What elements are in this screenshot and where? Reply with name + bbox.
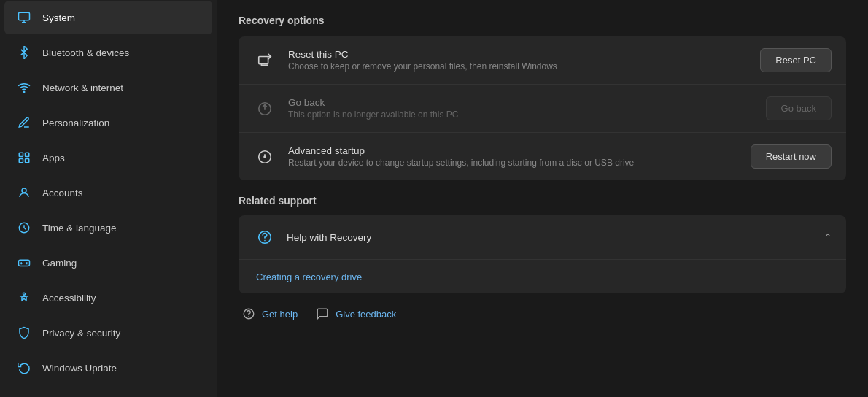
reset-pc-row: Reset this PC Choose to keep or remove y… <box>239 36 846 85</box>
related-support-card: Help with Recovery ⌃ Creating a recovery… <box>239 215 846 293</box>
svg-point-1 <box>23 91 25 93</box>
svg-point-9 <box>23 293 26 295</box>
sidebar-item-bluetooth[interactable]: Bluetooth & devices <box>4 36 212 69</box>
get-help-icon <box>241 307 256 321</box>
sidebar-label-system: System <box>42 12 75 23</box>
svg-point-13 <box>264 156 266 158</box>
svg-rect-2 <box>19 153 23 156</box>
windowsupdate-icon <box>16 360 32 376</box>
sidebar-item-accounts[interactable]: Accounts <box>4 176 212 209</box>
sidebar: System Bluetooth & devices Network & int… <box>0 0 217 397</box>
sidebar-item-windowsupdate[interactable]: Windows Update <box>4 351 212 385</box>
help-recovery-body: Creating a recovery drive <box>239 259 846 293</box>
sidebar-label-privacy: Privacy & security <box>42 328 120 339</box>
sidebar-label-gaming: Gaming <box>42 258 77 269</box>
privacy-icon <box>16 325 32 341</box>
svg-rect-5 <box>26 159 29 163</box>
advanced-startup-row: Advanced startup Restart your device to … <box>239 133 846 180</box>
goback-icon <box>253 97 276 120</box>
creating-recovery-drive-link[interactable]: Creating a recovery drive <box>256 271 362 282</box>
monitor-icon <box>16 9 32 26</box>
recovery-options-card: Reset this PC Choose to keep or remove y… <box>239 36 846 180</box>
reset-pc-text: Reset this PC Choose to keep or remove y… <box>288 49 748 72</box>
advanced-startup-icon <box>253 145 276 169</box>
reset-pc-sublabel: Choose to keep or remove your personal f… <box>288 61 748 72</box>
chevron-up-icon: ⌃ <box>824 232 832 242</box>
svg-rect-4 <box>19 159 23 163</box>
give-feedback-link[interactable]: Give feedback <box>315 307 396 321</box>
give-feedback-icon <box>315 307 330 321</box>
svg-rect-10 <box>259 56 268 63</box>
sidebar-label-bluetooth: Bluetooth & devices <box>42 47 129 58</box>
sidebar-label-accounts: Accounts <box>42 188 83 198</box>
restart-now-button[interactable]: Restart now <box>751 144 832 169</box>
accounts-icon <box>16 185 32 201</box>
sidebar-item-privacy[interactable]: Privacy & security <box>4 316 212 350</box>
go-back-label: Go back <box>288 97 754 108</box>
sidebar-item-accessibility[interactable]: Accessibility <box>4 281 212 315</box>
recovery-options-title: Recovery options <box>239 15 846 26</box>
help-recovery-label: Help with Recovery <box>287 232 814 243</box>
main-content: Recovery options Reset this PC Choose to… <box>217 0 868 397</box>
reset-icon <box>253 49 276 72</box>
sidebar-item-gaming[interactable]: Gaming <box>4 246 212 280</box>
related-support-title: Related support <box>239 195 846 207</box>
advanced-startup-label: Advanced startup <box>288 145 739 156</box>
svg-point-6 <box>22 188 26 193</box>
sidebar-label-windowsupdate: Windows Update <box>42 363 117 374</box>
bluetooth-icon <box>16 45 32 61</box>
sidebar-item-apps[interactable]: Apps <box>4 141 212 174</box>
personalization-icon <box>16 115 32 131</box>
sidebar-label-personalization: Personalization <box>42 117 109 128</box>
advanced-startup-text: Advanced startup Restart your device to … <box>288 145 739 168</box>
sidebar-label-network: Network & internet <box>42 82 123 93</box>
sidebar-label-accessibility: Accessibility <box>42 293 96 304</box>
svg-rect-0 <box>19 12 30 20</box>
give-feedback-label: Give feedback <box>336 309 396 320</box>
reset-pc-label: Reset this PC <box>288 49 748 60</box>
reset-pc-button[interactable]: Reset PC <box>760 48 832 72</box>
sidebar-item-time[interactable]: Time & language <box>4 211 212 244</box>
go-back-button: Go back <box>766 96 832 120</box>
help-recovery-icon <box>253 226 276 249</box>
sidebar-label-time: Time & language <box>42 223 117 234</box>
sidebar-item-personalization[interactable]: Personalization <box>4 106 212 139</box>
help-recovery-header[interactable]: Help with Recovery ⌃ <box>239 215 846 259</box>
get-help-link[interactable]: Get help <box>241 307 298 321</box>
apps-icon <box>16 150 32 166</box>
advanced-startup-sublabel: Restart your device to change startup se… <box>288 158 739 168</box>
network-icon <box>16 80 32 96</box>
sidebar-item-network[interactable]: Network & internet <box>4 71 212 104</box>
get-help-label: Get help <box>262 309 298 320</box>
sidebar-item-system[interactable]: System <box>4 1 212 34</box>
time-icon <box>16 220 32 236</box>
footer-links: Get help Give feedback <box>239 307 846 321</box>
svg-rect-3 <box>26 153 29 156</box>
accessibility-icon <box>16 290 32 306</box>
sidebar-label-apps: Apps <box>42 153 65 163</box>
go-back-sublabel: This option is no longer available on th… <box>288 109 754 120</box>
gaming-icon <box>16 255 32 271</box>
go-back-row: Go back This option is no longer availab… <box>239 85 846 133</box>
go-back-text: Go back This option is no longer availab… <box>288 97 754 120</box>
